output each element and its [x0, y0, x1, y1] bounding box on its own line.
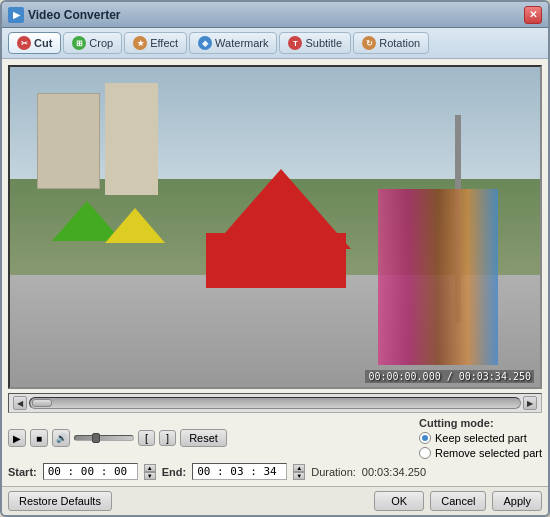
volume-button[interactable]: 🔊	[52, 429, 70, 447]
video-frame: 00:00:00.000 / 00:03:34.250	[10, 67, 540, 387]
end-label: End:	[162, 466, 186, 478]
ok-button[interactable]: OK	[374, 491, 424, 511]
close-button[interactable]: ✕	[524, 6, 542, 24]
duration-label: Duration:	[311, 466, 356, 478]
main-window: ▶ Video Converter ✕ ✂ Cut ⊞ Crop ★ Effec…	[0, 0, 550, 517]
bottom-bar: Restore Defaults OK Cancel Apply	[2, 486, 548, 515]
video-player: 00:00:00.000 / 00:03:34.250	[8, 65, 542, 389]
duration-value: 00:03:34.250	[362, 466, 426, 478]
tab-cut-label: Cut	[34, 37, 52, 49]
title-bar: ▶ Video Converter ✕	[2, 2, 548, 28]
seek-track[interactable]	[29, 397, 521, 409]
tab-subtitle-label: Subtitle	[305, 37, 342, 49]
crop-icon: ⊞	[72, 36, 86, 50]
radio-keep-label: Keep selected part	[435, 432, 527, 444]
apply-button[interactable]: Apply	[492, 491, 542, 511]
end-time-spinner[interactable]: ▲ ▼	[293, 464, 305, 480]
cutting-mode-panel: Cutting mode: Keep selected part Remove …	[419, 417, 542, 459]
cancel-button[interactable]: Cancel	[430, 491, 486, 511]
video-timestamp: 00:00:00.000 / 00:03:34.250	[365, 370, 534, 383]
end-spinner-down[interactable]: ▼	[293, 472, 305, 480]
start-time-input[interactable]	[43, 463, 138, 480]
tab-watermark[interactable]: ◈ Watermark	[189, 32, 277, 54]
tab-subtitle[interactable]: T Subtitle	[279, 32, 351, 54]
tab-effect-label: Effect	[150, 37, 178, 49]
seek-left-arrow[interactable]: ◀	[13, 396, 27, 410]
seek-handle[interactable]	[32, 399, 52, 407]
tab-crop-label: Crop	[89, 37, 113, 49]
tab-effect[interactable]: ★ Effect	[124, 32, 187, 54]
building1	[37, 93, 101, 189]
seek-bar-area: ◀ ▶	[8, 393, 542, 413]
title-bar-left: ▶ Video Converter	[8, 7, 120, 23]
radio-keep-dot[interactable]	[419, 432, 431, 444]
tab-rotation[interactable]: ↻ Rotation	[353, 32, 429, 54]
effect-icon: ★	[133, 36, 147, 50]
app-icon: ▶	[8, 7, 24, 23]
main-content: 00:00:00.000 / 00:03:34.250 ◀ ▶ ▶ ■ 🔊 [ …	[2, 59, 548, 486]
start-spinner-down[interactable]: ▼	[144, 472, 156, 480]
bracket-close-button[interactable]: ]	[159, 430, 176, 446]
volume-slider[interactable]	[74, 435, 134, 441]
tab-rotation-label: Rotation	[379, 37, 420, 49]
restore-defaults-button[interactable]: Restore Defaults	[8, 491, 112, 511]
cutting-mode-label: Cutting mode:	[419, 417, 542, 429]
play-button[interactable]: ▶	[8, 429, 26, 447]
reset-button[interactable]: Reset	[180, 429, 227, 447]
tab-watermark-label: Watermark	[215, 37, 268, 49]
radio-remove-label: Remove selected part	[435, 447, 542, 459]
radio-keep[interactable]: Keep selected part	[419, 432, 542, 444]
time-controls-row: Start: ▲ ▼ End: ▲ ▼ Duration: 00:03:34.2…	[8, 463, 542, 480]
radio-remove-dot[interactable]	[419, 447, 431, 459]
clothes-display	[378, 189, 498, 365]
stop-button[interactable]: ■	[30, 429, 48, 447]
watermark-icon: ◈	[198, 36, 212, 50]
start-spinner-up[interactable]: ▲	[144, 464, 156, 472]
toolbar: ✂ Cut ⊞ Crop ★ Effect ◈ Watermark T Subt…	[2, 28, 548, 59]
cut-icon: ✂	[17, 36, 31, 50]
tent-red-body	[206, 233, 346, 288]
start-time-spinner[interactable]: ▲ ▼	[144, 464, 156, 480]
seek-right-arrow[interactable]: ▶	[523, 396, 537, 410]
bracket-open-button[interactable]: [	[138, 430, 155, 446]
window-title: Video Converter	[28, 8, 120, 22]
radio-remove[interactable]: Remove selected part	[419, 447, 542, 459]
tab-crop[interactable]: ⊞ Crop	[63, 32, 122, 54]
start-label: Start:	[8, 466, 37, 478]
tab-cut[interactable]: ✂ Cut	[8, 32, 61, 54]
end-time-input[interactable]	[192, 463, 287, 480]
tent-yellow	[105, 208, 165, 243]
end-spinner-up[interactable]: ▲	[293, 464, 305, 472]
building2	[105, 83, 158, 195]
rotation-icon: ↻	[362, 36, 376, 50]
subtitle-icon: T	[288, 36, 302, 50]
